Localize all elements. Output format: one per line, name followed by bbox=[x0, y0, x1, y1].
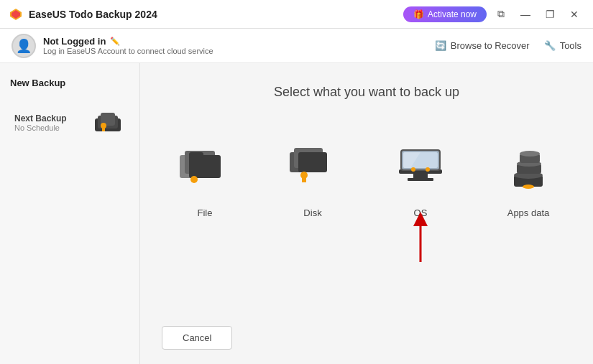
svg-rect-19 bbox=[408, 178, 433, 181]
tools-icon: 🔧 bbox=[544, 40, 556, 51]
disk-icon bbox=[284, 139, 341, 197]
user-info: 👤 Not Logged in ✏️ Log in EaseUS Account… bbox=[12, 34, 213, 58]
pip-button[interactable]: ⧉ bbox=[491, 4, 511, 24]
sidebar-item-text: Next Backup No Schedule bbox=[14, 113, 67, 132]
backup-device-icon bbox=[89, 104, 125, 141]
svg-rect-18 bbox=[413, 174, 428, 178]
sub-header: 👤 Not Logged in ✏️ Log in EaseUS Account… bbox=[0, 29, 593, 63]
tools-link[interactable]: 🔧 Tools bbox=[544, 40, 581, 51]
sidebar-item-title: Next Backup bbox=[14, 113, 67, 123]
content-area: Select what you want to back up bbox=[140, 63, 593, 364]
file-label: File bbox=[198, 207, 213, 218]
svg-marker-27 bbox=[413, 212, 428, 226]
svg-rect-14 bbox=[298, 152, 327, 172]
os-icon bbox=[392, 139, 449, 197]
disk-icon-wrapper bbox=[280, 136, 345, 200]
gift-icon: 🎁 bbox=[413, 9, 424, 19]
svg-rect-6 bbox=[102, 126, 105, 131]
svg-point-11 bbox=[190, 176, 198, 183]
sidebar: New Backup Next Backup No Schedule bbox=[0, 63, 140, 364]
apps-data-backup-option[interactable]: Apps data bbox=[489, 129, 568, 225]
browse-to-recover-link[interactable]: 🔄 Browse to Recover bbox=[435, 40, 530, 51]
file-icon-wrapper bbox=[173, 136, 237, 200]
main-layout: New Backup Next Backup No Schedule bbox=[0, 63, 593, 364]
user-text: Not Logged in ✏️ Log in EaseUS Account t… bbox=[43, 36, 213, 55]
red-arrow bbox=[406, 208, 435, 269]
sidebar-item-next-backup[interactable]: Next Backup No Schedule bbox=[4, 98, 135, 147]
svg-rect-9 bbox=[189, 155, 221, 178]
cancel-btn-wrap: Cancel bbox=[162, 326, 232, 350]
restore-button[interactable]: ❐ bbox=[540, 4, 560, 24]
minimize-button[interactable]: — bbox=[515, 4, 535, 24]
svg-rect-16 bbox=[302, 175, 306, 182]
title-bar-right: 🎁 Activate now ⧉ — ❐ ✕ bbox=[403, 4, 584, 24]
user-name-row: Not Logged in ✏️ bbox=[43, 36, 213, 47]
title-bar: EaseUS Todo Backup 2024 🎁 Activate now ⧉… bbox=[0, 0, 593, 29]
disk-backup-option[interactable]: Disk bbox=[273, 129, 352, 225]
app-logo-icon bbox=[9, 7, 23, 22]
backup-options: File Disk bbox=[165, 129, 568, 225]
os-option-wrap: OS bbox=[381, 129, 460, 225]
activate-button[interactable]: 🎁 Activate now bbox=[403, 6, 487, 22]
disk-label: Disk bbox=[303, 207, 321, 218]
svg-point-24 bbox=[411, 167, 415, 172]
apps-data-label: Apps data bbox=[507, 207, 550, 218]
file-backup-option[interactable]: File bbox=[165, 129, 244, 225]
svg-point-34 bbox=[523, 185, 534, 189]
user-sub-text: Log in EaseUS Account to connect cloud s… bbox=[43, 47, 213, 55]
new-backup-label: New Backup bbox=[10, 78, 129, 88]
file-icon bbox=[176, 139, 234, 197]
sidebar-item-sub: No Schedule bbox=[14, 123, 67, 132]
app-title: EaseUS Todo Backup 2024 bbox=[29, 9, 157, 20]
apps-data-icon bbox=[500, 139, 557, 197]
svg-point-25 bbox=[426, 167, 430, 172]
close-button[interactable]: ✕ bbox=[564, 4, 584, 24]
title-bar-left: EaseUS Todo Backup 2024 bbox=[9, 7, 157, 22]
svg-point-33 bbox=[520, 151, 540, 157]
os-icon-wrapper bbox=[388, 136, 453, 200]
apps-data-icon-wrapper bbox=[496, 136, 561, 200]
svg-rect-10 bbox=[189, 152, 203, 158]
sub-header-actions: 🔄 Browse to Recover 🔧 Tools bbox=[435, 40, 581, 51]
cancel-button[interactable]: Cancel bbox=[162, 326, 232, 350]
sidebar-new-backup: New Backup bbox=[0, 70, 139, 97]
content-title: Select what you want to back up bbox=[274, 85, 459, 100]
edit-icon: ✏️ bbox=[110, 37, 120, 46]
avatar: 👤 bbox=[12, 34, 36, 58]
user-name: Not Logged in bbox=[43, 36, 106, 47]
recover-icon: 🔄 bbox=[435, 40, 446, 51]
